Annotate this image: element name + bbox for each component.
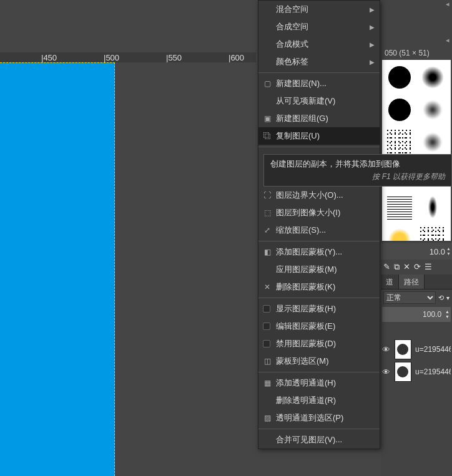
menu-item[interactable]: 合成空间▶ [258, 18, 380, 36]
dock-handle-2[interactable]: ◂ [381, 36, 452, 47]
brush-grid[interactable] [382, 60, 451, 241]
menu-icon: ◧ [262, 248, 272, 256]
refresh-icon[interactable]: ⟳ [414, 262, 421, 272]
menu-item[interactable]: 合成模式▶ [258, 36, 380, 53]
menu-label: 混合空间 [276, 4, 308, 15]
submenu-arrow-icon: ▶ [370, 59, 375, 66]
menu-label: 删除透明通道(R) [276, 395, 336, 406]
menu-item[interactable]: ▨透明通道到选区(P) [258, 409, 380, 427]
menu-label: 蒙板到选区(M) [276, 356, 329, 367]
menu-icon: ▦ [262, 379, 272, 387]
menu-label: 合成模式 [276, 39, 308, 50]
brush-info: 050 (51 × 51) [381, 47, 452, 60]
opacity-spinner[interactable]: ▲▼ [444, 309, 451, 319]
menu-icon: ◫ [262, 357, 272, 366]
submenu-arrow-icon: ▶ [370, 24, 375, 31]
menu-label: 新建图层组(G) [276, 113, 328, 124]
menu-label: 显示图层蒙板(H) [276, 303, 336, 314]
menu-item: ✕删除图层蒙板(K) [258, 278, 380, 296]
menu-item[interactable]: ▢新建图层(N)... [258, 75, 380, 92]
brush-size-spinner[interactable]: 10.0 ▲▼ [381, 243, 452, 260]
menu-label: 禁用图层蒙板(D) [276, 338, 336, 349]
blend-mode-select[interactable]: 正常 [383, 291, 436, 304]
checkbox-icon [263, 340, 270, 347]
submenu-arrow-icon: ▶ [370, 41, 375, 48]
menu-icon: ⛶ [262, 191, 272, 200]
layer-name: u=21954467 [415, 345, 451, 354]
layer-name: u=21954467 [415, 367, 451, 376]
opacity-slider[interactable]: 100.0 ▲▼ [382, 307, 451, 322]
checkbox-icon [263, 323, 270, 330]
brush-swatch[interactable] [385, 225, 415, 241]
menu-item[interactable]: 混合空间▶ [258, 1, 380, 18]
tooltip-help: 按 F1 以获得更多帮助 [270, 172, 445, 182]
menu-item[interactable]: 颜色标签▶ [258, 53, 380, 70]
menu-label: 缩放图层(S)... [276, 225, 326, 236]
menu-label: 合并可见图层(V)... [276, 434, 342, 445]
menu-item[interactable]: ⤢缩放图层(S)... [258, 221, 380, 239]
visibility-icon[interactable]: 👁 [382, 367, 391, 377]
menu-item[interactable]: ▦添加透明通道(H) [258, 374, 380, 392]
brush-swatch[interactable] [418, 127, 448, 157]
submenu-arrow-icon: ▶ [370, 6, 375, 13]
right-panel: ◂ ◂ 050 (51 × 51) 10.0 ▲▼ ✎ ⧉ ✕ ⟳ ☰ 道 路径… [381, 0, 452, 476]
brush-swatch[interactable] [418, 192, 448, 222]
menu-item: 编辑图层蒙板(E) [258, 318, 380, 335]
menu-item: 禁用图层蒙板(D) [258, 335, 380, 352]
menu-label: 颜色标签 [276, 56, 308, 67]
layer-thumbnail[interactable] [395, 339, 411, 359]
canvas-area[interactable] [0, 62, 115, 476]
menu-label: 图层到图像大小(I) [276, 207, 340, 218]
menu-label: 复制图层(U) [276, 130, 320, 142]
menu-label: 新建图层(N)... [276, 78, 327, 89]
spinner-buttons[interactable]: ▲▼ [446, 246, 451, 256]
menu-label: 添加图层蒙板(Y)... [276, 246, 342, 258]
edit-icon[interactable]: ✎ [383, 262, 390, 272]
menu-icon: ⤢ [262, 226, 272, 235]
mode-menu-icon[interactable]: ▾ [446, 294, 450, 301]
menu-label: 添加透明通道(H) [276, 377, 336, 389]
brush-swatch[interactable] [385, 127, 415, 157]
layer-item[interactable]: 👁 u=21954467 [381, 338, 452, 361]
menu-label: 从可见项新建(V) [276, 95, 335, 107]
brush-swatch[interactable] [385, 95, 415, 125]
menu-icon: ▣ [262, 114, 272, 123]
visibility-icon[interactable]: 👁 [382, 345, 391, 354]
menu-item: 显示图层蒙板(H) [258, 300, 380, 318]
menu-label: 删除图层蒙板(K) [276, 281, 335, 293]
duplicate-icon[interactable]: ⧉ [394, 262, 400, 272]
menu-item[interactable]: ⛶图层边界大小(O)... [258, 187, 380, 204]
menu-icon: ✕ [262, 283, 272, 291]
layer-item[interactable]: 👁 u=21954467 [381, 361, 452, 383]
tooltip: 创建图层的副本，并将其添加到图像 按 F1 以获得更多帮助 [263, 154, 452, 187]
menu-item: ◫蒙板到选区(M) [258, 352, 380, 370]
menu-label: 透明通道到选区(P) [276, 412, 343, 424]
tab-channels[interactable]: 道 [381, 274, 399, 289]
menu-item[interactable]: ⿻复制图层(U) [258, 127, 380, 145]
menu-item: 应用图层蒙板(M) [258, 261, 380, 278]
tab-paths[interactable]: 路径 [399, 274, 425, 289]
brush-swatch[interactable] [418, 225, 448, 241]
menu-item[interactable]: ▣新建图层组(G) [258, 110, 380, 127]
menu-item: 删除透明通道(R) [258, 392, 380, 409]
tooltip-text: 创建图层的副本，并将其添加到图像 [270, 158, 445, 170]
delete-icon[interactable]: ✕ [403, 262, 410, 272]
brush-toolbar: ✎ ⧉ ✕ ⟳ ☰ [381, 260, 452, 274]
menu-item[interactable]: ⬚图层到图像大小(I) [258, 204, 380, 221]
menu-icon[interactable]: ☰ [425, 262, 432, 272]
menu-item[interactable]: 合并可见图层(V)... [258, 431, 380, 449]
menu-label: 应用图层蒙板(M) [276, 264, 337, 275]
brush-swatch[interactable] [385, 62, 415, 92]
brush-swatch[interactable] [385, 192, 415, 222]
menu-label: 编辑图层蒙板(E) [276, 321, 335, 332]
ruler-horizontal: |450 |500 |550 |600 [0, 52, 256, 62]
brush-swatch[interactable] [418, 62, 448, 92]
dock-handle[interactable]: ◂ [381, 0, 452, 11]
menu-item[interactable]: ◧添加图层蒙板(Y)... [258, 243, 380, 261]
mode-reset-icon[interactable]: ⟲ [438, 294, 444, 302]
brush-swatch[interactable] [418, 95, 448, 125]
menu-icon: ⬚ [262, 208, 272, 217]
menu-item[interactable]: 从可见项新建(V) [258, 92, 380, 110]
panel-tabs: 道 路径 [381, 274, 452, 289]
layer-thumbnail[interactable] [395, 362, 411, 382]
